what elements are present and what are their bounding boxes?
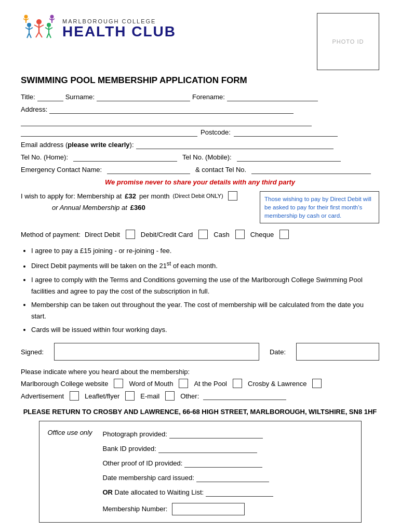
name-row: Title: Surname: Forename: [21,93,379,101]
svg-point-0 [36,19,42,24]
heard-other-input[interactable] [203,392,286,400]
heard-ad-label: Advertisement [21,392,64,400]
form-title: SWIMMING POOL MEMBERSHIP APPLICATION FOR… [21,75,379,86]
surname-input[interactable] [97,93,190,101]
svg-line-9 [29,28,33,30]
office-proof-label: Other proof of ID provided: [103,457,183,470]
photo-id-label: PHOTO ID [332,38,364,45]
email-row: Email address (please write clearly): [21,141,379,149]
postcode-label: Postcode: [201,128,231,136]
svg-point-12 [47,23,51,27]
bullet-1: I agree to pay a £15 joining - or re-joi… [31,245,379,257]
monthly-checkbox[interactable] [228,191,237,201]
office-waiting-input[interactable] [206,488,273,497]
office-card-date-label: Date membership card issued: [103,471,194,485]
heard-section: Please indicate where you heard about th… [21,368,379,401]
date-label: Date: [270,348,286,356]
office-proof-row: Other proof of ID provided: [103,457,353,470]
address-input-1[interactable] [49,105,294,114]
svg-line-3 [39,25,44,28]
svg-point-6 [27,23,31,27]
payment-label: Method of payment: [21,231,81,238]
heard-leaflet-label: Leaflet/flyer [85,392,119,400]
title-label: Title: [21,93,35,101]
heard-cl-label: Crosby & Lawrence [248,380,306,388]
terms-list: I agree to pay a £15 joining - or re-joi… [31,245,379,336]
heard-row-2: Advertisement Leaflet/flyer E-mail Other… [21,391,379,401]
forename-input[interactable] [227,93,318,101]
office-card-date-input[interactable] [196,474,269,482]
office-waiting-label: OR Date allocated to Waiting List: [103,486,204,499]
date-box[interactable] [296,343,379,361]
tel-home-input[interactable] [73,153,177,162]
return-banner: PLEASE RETURN TO CROSBY AND LAWRENCE, 66… [21,408,379,416]
dd-note: (Direct Debit ONLY) [173,193,223,199]
emergency-tel-label: & contact Tel No. [195,166,246,174]
payment-debit-card-checkbox[interactable] [198,230,208,239]
club-name: HEALTH CLUB [62,24,176,39]
title-input[interactable] [37,93,63,101]
emergency-name-input[interactable] [107,166,190,174]
heard-ad-checkbox[interactable] [70,391,79,401]
membership-number-row: Membership Number: [103,502,353,516]
price-annual: £360 [130,204,145,211]
heard-leaflet-checkbox[interactable] [125,391,135,401]
office-use-label: Office use only [48,428,92,436]
logo-icon [21,10,57,47]
heard-website-label: Marlborough College website [21,380,108,388]
heard-pool-checkbox[interactable] [233,379,242,388]
heard-email-label: E-mail [140,392,159,400]
address-row-1: Address: [21,105,379,114]
svg-line-17 [49,33,51,38]
payment-cash-checkbox[interactable] [235,230,245,239]
svg-line-5 [39,32,42,37]
payment-cheque-label: Cheque [250,231,274,238]
office-bankid-input[interactable] [158,445,257,453]
email-label: Email address (please write clearly): [21,141,134,149]
address-input-3[interactable] [21,128,197,137]
heard-label: Please indicate where you heard about th… [21,368,379,376]
heard-email-checkbox[interactable] [165,391,175,401]
heard-cl-checkbox[interactable] [312,379,322,388]
bullet-4: Membership can be taken out throughout t… [31,299,379,322]
heard-other-label: Other: [180,392,199,400]
svg-line-15 [49,28,52,30]
signature-box[interactable] [54,343,259,361]
office-proof-input[interactable] [184,459,262,468]
svg-point-22 [50,15,54,19]
or-text: or Annual Membership at [52,204,127,211]
surname-label: Surname: [65,93,95,101]
membership-number-box-input[interactable] [172,503,245,515]
tel-home-label: Tel No. (Home): [21,153,68,161]
heard-row-1: Marlborough College website Word of Mout… [21,379,379,388]
logo-section: MARLBOROUGH COLLEGE HEALTH CLUB [21,10,176,47]
svg-line-14 [45,28,49,30]
membership-intro: I wish to apply for: Membership at [21,192,122,200]
payment-direct-debit-label: Direct Debit [85,231,120,238]
office-bankid-label: Bank ID provided: [103,442,156,456]
tel-mobile-input[interactable] [237,153,341,162]
emergency-tel-input[interactable] [251,166,371,174]
address-label: Address: [21,105,47,113]
svg-line-10 [27,33,29,38]
office-photo-input[interactable] [169,430,263,438]
heard-wom-checkbox[interactable] [179,379,188,388]
email-input[interactable] [136,141,334,149]
payment-cheque-checkbox[interactable] [279,230,289,239]
office-photo-row: Photograph provided: [103,428,353,441]
address-section: Address: Postcode: [21,105,379,137]
bullet-2: Direct Debit payments will be taken on t… [31,259,379,272]
page-header: MARLBOROUGH COLLEGE HEALTH CLUB PHOTO ID [21,10,379,70]
svg-line-4 [36,32,39,37]
postcode-input[interactable] [234,128,338,137]
heard-website-checkbox[interactable] [114,379,123,388]
tel-mobile-label: Tel No. (Mobile): [182,153,232,161]
address-input-2[interactable] [21,118,312,126]
promise-text: We promise never to share your details w… [21,178,379,186]
office-bankid-row: Bank ID provided: [103,442,353,456]
payment-direct-debit-checkbox[interactable] [126,230,135,239]
bullet-3: I agree to comply with the Terms and Con… [31,274,379,297]
price-monthly: £32 [125,192,136,200]
membership-left: I wish to apply for: Membership at £32 p… [21,191,251,211]
membership-number-label: Membership Number: [103,502,168,516]
